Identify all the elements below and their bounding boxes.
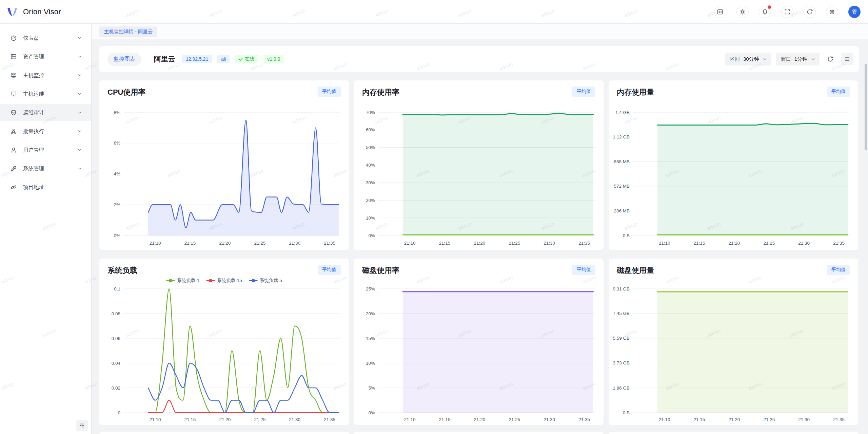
sidebar-item-dashboard[interactable]: 仪表盘 [0,30,91,46]
svg-text:21:25: 21:25 [254,417,265,422]
chart-layout-button[interactable] [841,53,853,65]
svg-text:21:10: 21:10 [659,241,670,246]
window-label: 窗口 [781,56,791,62]
sidebar-item-link[interactable]: 项目地址 [0,179,91,196]
svg-text:70%: 70% [366,110,375,115]
chevron-down-icon [811,57,815,61]
user-avatar[interactable]: 管 [848,6,861,18]
svg-text:0.02: 0.02 [112,385,120,391]
sidebar-item-label: 运维审计 [23,109,77,116]
sidebar-item-label: 仪表盘 [23,35,77,42]
sidebar-item-user[interactable]: 用户管理 [0,141,91,158]
svg-text:21:20: 21:20 [474,417,486,422]
svg-text:21:30: 21:30 [544,241,555,246]
svg-text:286 MB: 286 MB [614,208,630,213]
svg-text:3.73 GB: 3.73 GB [613,360,630,365]
chart-canvas[interactable]: 0 B1.86 GB3.73 GB5.59 GB7.45 GB9.31 GB21… [609,259,858,425]
svg-text:1.86 GB: 1.86 GB [613,385,630,391]
chart-card-2: 内存使用量平均值0 B286 MB572 MB858 MB1.12 GB1.4 … [609,80,858,250]
svg-text:21:30: 21:30 [289,417,300,422]
window-select[interactable]: 窗口 1分钟 [776,53,820,65]
svg-text:858 MB: 858 MB [614,159,630,164]
refresh-button[interactable] [804,6,816,18]
notifications-button[interactable] [759,6,771,18]
host-ops-icon [10,91,17,97]
svg-text:21:20: 21:20 [219,241,231,246]
range-select[interactable]: 区间 30分钟 [725,53,771,65]
window-value: 1分钟 [794,56,807,62]
svg-text:21:30: 21:30 [798,417,810,422]
host-status-text: 在线 [245,56,254,62]
svg-text:21:10: 21:10 [150,241,161,246]
sidebar-item-audit-shield[interactable]: 运维审计 [0,104,91,121]
svg-text:21:30: 21:30 [289,241,300,246]
chart-canvas[interactable]: 00.020.040.060.080.121:1021:1521:2021:25… [99,259,349,425]
svg-text:21:25: 21:25 [509,241,520,246]
svg-text:21:35: 21:35 [324,241,335,246]
logo-icon [5,5,19,19]
svg-text:0 B: 0 B [623,410,630,415]
svg-text:8%: 8% [114,110,120,115]
svg-text:5.59 GB: 5.59 GB [613,336,630,341]
sidebar-item-batch-exec[interactable]: 批量执行 [0,123,91,140]
system-icon [10,165,17,172]
menu-icon [844,56,850,62]
chart-card-0: CPU使用率平均值0%2%4%6%8%21:1021:1521:2021:252… [99,80,349,250]
svg-text:0%: 0% [368,410,375,415]
svg-text:2%: 2% [114,202,120,207]
chart-card-4: 磁盘使用率平均值0%5%10%15%20%25%21:1021:1521:202… [354,259,604,425]
sidebar-item-label: 主机运维 [23,91,77,98]
svg-text:20%: 20% [366,311,375,316]
svg-text:21:35: 21:35 [833,241,845,246]
tab-monitor-charts[interactable]: 监控图表 [107,53,141,66]
sidebar-item-host-monitor[interactable]: 主机监控 [0,67,91,84]
host-monitor-icon [10,72,17,79]
svg-text:21:15: 21:15 [694,241,705,246]
svg-text:0: 0 [118,410,120,415]
settings-icon [829,8,835,15]
sidebar-menu: 仪表盘资产管理主机监控主机运维运维审计批量执行用户管理系统管理项目地址 [0,30,91,196]
theme-button[interactable] [736,6,749,18]
chevron-down-icon [77,54,82,59]
svg-text:21:20: 21:20 [219,417,231,422]
breadcrumb-bar: 主机监控详情 - 阿里云 [92,24,868,39]
chart-card-partial [354,432,604,434]
sidebar-item-label: 系统管理 [23,165,77,172]
host-status-badge: 在线 [235,55,258,63]
svg-text:21:30: 21:30 [544,417,555,422]
svg-text:0.04: 0.04 [112,361,121,366]
sidebar-item-system[interactable]: 系统管理 [0,160,91,177]
chart-card-3: 系统负载平均值系统负载-1系统负载-15系统负载-500.020.040.060… [99,259,349,425]
user-icon [10,147,17,153]
notifications-icon [762,8,768,15]
sidebar-item-label: 批量执行 [23,128,77,135]
svg-text:7.45 GB: 7.45 GB [613,311,630,316]
chart-canvas[interactable]: 0 B286 MB572 MB858 MB1.12 GB1.4 GB21:102… [609,80,858,250]
sidebar-item-assets[interactable]: 资产管理 [0,48,91,65]
chart-canvas[interactable]: 0%2%4%6%8%21:1021:1521:2021:2521:3021:35 [99,80,349,250]
sidebar-collapse-button[interactable] [76,420,88,431]
sidebar-item-host-ops[interactable]: 主机运维 [0,86,91,102]
svg-text:21:35: 21:35 [324,417,335,422]
svg-text:20%: 20% [366,198,375,203]
code-button[interactable] [714,6,726,18]
chart-canvas[interactable]: 0%10%20%30%40%50%60%70%21:1021:1521:2021… [354,80,604,250]
breadcrumb[interactable]: 主机监控详情 - 阿里云 [99,26,157,37]
svg-text:5%: 5% [368,385,375,391]
sidebar-item-label: 资产管理 [23,53,77,60]
refresh-charts-button[interactable] [824,53,836,65]
svg-text:6%: 6% [114,140,120,146]
svg-text:0 B: 0 B [623,233,630,238]
settings-button[interactable] [826,6,838,18]
fullscreen-button[interactable] [781,6,793,18]
scrollbar-thumb[interactable] [865,64,867,150]
svg-text:21:20: 21:20 [474,241,486,246]
svg-text:30%: 30% [366,180,375,185]
svg-text:21:25: 21:25 [763,241,775,246]
theme-icon [739,8,746,15]
svg-text:21:20: 21:20 [729,241,740,246]
svg-text:21:10: 21:10 [404,241,416,246]
chart-canvas[interactable]: 0%5%10%15%20%25%21:1021:1521:2021:2521:3… [354,259,604,425]
svg-text:60%: 60% [366,127,375,132]
assets-icon [10,53,17,60]
